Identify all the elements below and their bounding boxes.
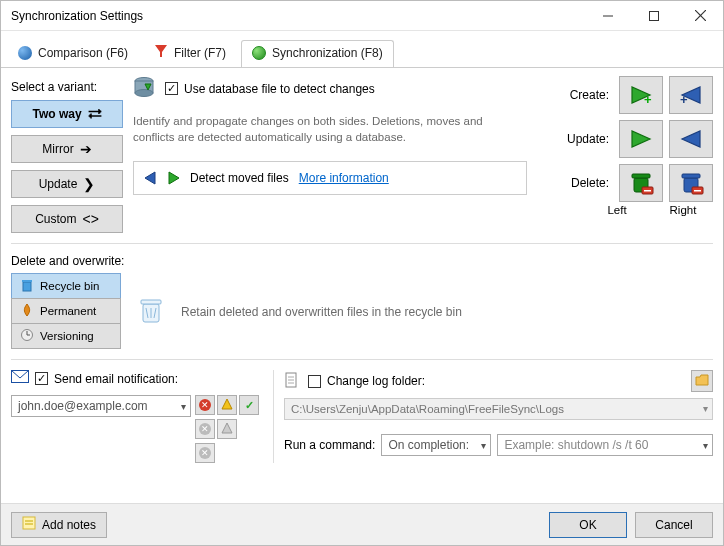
chevron-down-icon: ▾: [481, 440, 486, 451]
notify-error-button[interactable]: ✕: [195, 395, 215, 415]
notify-warning-button[interactable]: [217, 395, 237, 415]
update-left-button[interactable]: [619, 120, 663, 158]
email-address-combo[interactable]: john.doe@example.com ▾: [11, 395, 191, 417]
svg-point-7: [135, 90, 153, 97]
variant-column: Select a variant: Two way ⮂ Mirror ➔ Upd…: [11, 76, 123, 233]
create-label: Create:: [567, 88, 613, 102]
svg-rect-31: [141, 300, 161, 304]
add-notes-button[interactable]: Add notes: [11, 512, 107, 538]
close-button[interactable]: [677, 1, 723, 31]
right-column-label: Right: [661, 204, 705, 216]
tab-bar: Comparison (F6) Filter (F7) Synchronizat…: [1, 31, 723, 68]
notify-error-only-button[interactable]: ✕: [195, 443, 215, 463]
title-bar: Synchronization Settings: [1, 1, 723, 31]
svg-rect-39: [23, 517, 35, 529]
svg-rect-22: [682, 174, 700, 178]
combo-value: On completion:: [388, 438, 469, 452]
log-folder-path[interactable]: C:\Users\Zenju\AppData\Roaming\FreeFileS…: [284, 398, 713, 420]
browse-folder-button[interactable]: [691, 370, 713, 392]
delete-right-button[interactable]: [669, 164, 713, 202]
permanent-button[interactable]: Permanent: [11, 298, 121, 324]
svg-marker-15: [632, 131, 650, 147]
delete-overwrite-section: Delete and overwrite: Recycle bin Perman…: [11, 254, 713, 349]
notify-warning-disabled-button[interactable]: [217, 419, 237, 439]
variant-mirror[interactable]: Mirror ➔: [11, 135, 123, 163]
variant-label: Custom: [35, 212, 76, 226]
checkbox-box-icon: ✓: [35, 372, 48, 385]
command-input[interactable]: Example: shutdown /s /t 60 ▾: [497, 434, 713, 456]
delete-label: Delete:: [567, 176, 613, 190]
svg-text:+: +: [644, 92, 652, 107]
use-database-checkbox[interactable]: ✓ Use database file to detect changes: [165, 82, 375, 96]
detect-moved-label: Detect moved files: [190, 171, 289, 185]
dov-label: Recycle bin: [40, 280, 99, 292]
minimize-button[interactable]: [585, 1, 631, 31]
svg-rect-18: [632, 174, 650, 178]
send-email-checkbox[interactable]: ✓ Send email notification:: [35, 372, 178, 386]
create-left-button[interactable]: +: [619, 76, 663, 114]
variant-label: Two way: [32, 107, 81, 121]
chevron-down-icon: ▾: [703, 440, 708, 451]
two-way-arrow-icon: ⮂: [88, 107, 102, 121]
cancel-button[interactable]: Cancel: [635, 512, 713, 538]
chevron-down-icon: ▾: [703, 403, 708, 414]
change-log-folder-checkbox[interactable]: ✓ Change log folder:: [308, 374, 425, 388]
svg-marker-9: [145, 172, 155, 184]
checkbox-box-icon: ✓: [165, 82, 178, 95]
error-grey2-icon: ✕: [199, 447, 211, 459]
warning-icon: [221, 398, 233, 412]
button-label: Cancel: [655, 518, 692, 532]
actions-column: Create: + + Update: Delete:: [537, 76, 713, 233]
checkbox-label: Change log folder:: [327, 374, 425, 388]
variant-two-way[interactable]: Two way ⮂: [11, 100, 123, 128]
variant-update[interactable]: Update ❯: [11, 170, 123, 198]
update-right-button[interactable]: [669, 120, 713, 158]
folder-icon: [695, 374, 709, 388]
detect-moved-box: Detect moved files More information: [133, 161, 527, 195]
chevron-right-icon: ❯: [83, 177, 95, 191]
mail-icon: [11, 370, 29, 387]
funnel-icon: [154, 44, 168, 61]
error-icon: ✕: [199, 399, 211, 411]
svg-text:+: +: [680, 92, 688, 107]
tab-label: Filter (F7): [174, 46, 226, 60]
notify-success-button[interactable]: ✓: [239, 395, 259, 415]
right-arrow-icon: ➔: [80, 142, 92, 156]
svg-rect-1: [650, 11, 659, 20]
svg-rect-26: [22, 280, 32, 282]
email-panel: ✓ Send email notification: john.doe@exam…: [11, 370, 263, 463]
ok-button[interactable]: OK: [549, 512, 627, 538]
flame-icon: [20, 303, 34, 319]
log-command-panel: ✓ Change log folder: C:\Users\Zenju\AppD…: [284, 370, 713, 463]
left-column-label: Left: [595, 204, 639, 216]
svg-marker-33: [222, 399, 232, 409]
command-timing-combo[interactable]: On completion: ▾: [381, 434, 491, 456]
dov-label: Versioning: [40, 330, 94, 342]
button-label: OK: [579, 518, 596, 532]
recycle-bin-button[interactable]: Recycle bin: [11, 273, 121, 299]
dialog-footer: Add notes OK Cancel: [1, 503, 723, 545]
variant-description: Identify and propagate changes on both s…: [133, 113, 527, 145]
svg-rect-24: [694, 190, 701, 192]
more-info-link[interactable]: More information: [299, 171, 389, 185]
recycle-bin-icon: [20, 278, 34, 294]
variant-custom[interactable]: Custom <>: [11, 205, 123, 233]
compare-icon: [18, 46, 32, 60]
svg-rect-20: [644, 190, 651, 192]
svg-marker-10: [169, 172, 179, 184]
delete-left-button[interactable]: [619, 164, 663, 202]
variants-heading: Select a variant:: [11, 80, 123, 94]
success-icon: ✓: [245, 399, 254, 412]
tab-filter[interactable]: Filter (F7): [143, 38, 237, 68]
notify-error-disabled-button[interactable]: ✕: [195, 419, 215, 439]
versioning-button[interactable]: Versioning: [11, 323, 121, 349]
tab-synchronization[interactable]: Synchronization (F8): [241, 40, 394, 67]
tab-comparison[interactable]: Comparison (F6): [7, 40, 139, 67]
checkbox-box-icon: ✓: [308, 375, 321, 388]
create-right-button[interactable]: +: [669, 76, 713, 114]
variant-label: Update: [39, 177, 78, 191]
chevron-down-icon: ▾: [181, 401, 186, 412]
maximize-button[interactable]: [631, 1, 677, 31]
window-title: Synchronization Settings: [11, 9, 585, 23]
command-placeholder: Example: shutdown /s /t 60: [504, 438, 648, 452]
